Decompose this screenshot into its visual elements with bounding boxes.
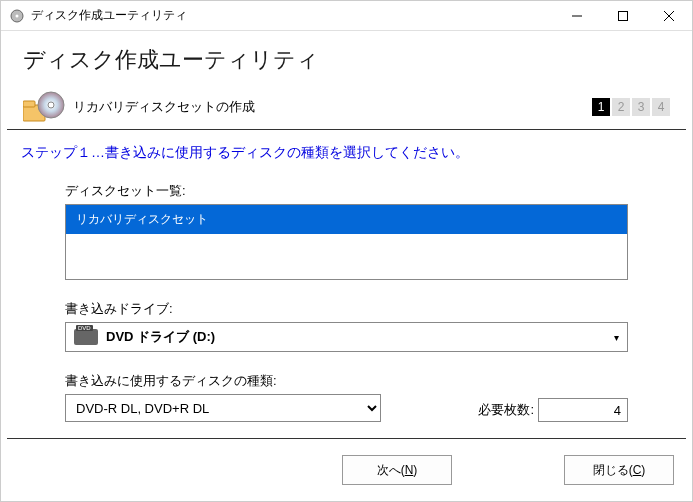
drive-select[interactable]: DVD ドライブ (D:) ▾ <box>65 322 628 352</box>
window-title: ディスク作成ユーティリティ <box>31 7 554 24</box>
header: ディスク作成ユーティリティ <box>1 31 692 87</box>
list-item[interactable]: リカバリディスクセット <box>66 205 627 234</box>
step-2: 2 <box>612 98 630 116</box>
content-area: ディスクセット一覧: リカバリディスクセット 書き込みドライブ: DVD ドライ… <box>1 172 692 438</box>
step-3: 3 <box>632 98 650 116</box>
disc-type-select[interactable]: DVD-R DL, DVD+R DL <box>65 394 381 422</box>
close-button[interactable] <box>646 1 692 31</box>
svg-rect-7 <box>23 101 35 107</box>
count-label: 必要枚数: <box>478 401 534 419</box>
step-4: 4 <box>652 98 670 116</box>
drive-value: DVD ドライブ (D:) <box>106 328 614 346</box>
disc-type-label: 書き込みに使用するディスクの種類: <box>65 372 381 390</box>
diskset-listbox[interactable]: リカバリディスクセット <box>65 204 628 280</box>
step-1: 1 <box>592 98 610 116</box>
step-indicator: 1 2 3 4 <box>592 98 670 116</box>
minimize-button[interactable] <box>554 1 600 31</box>
count-input[interactable] <box>538 398 628 422</box>
app-window: ディスク作成ユーティリティ ディスク作成ユーティリティ リカバリディスクセットの… <box>0 0 693 502</box>
maximize-button[interactable] <box>600 1 646 31</box>
section-label: リカバリディスクセットの作成 <box>73 98 592 116</box>
app-icon <box>9 8 25 24</box>
step-instruction: ステップ１…書き込みに使用するディスクの種類を選択してください。 <box>1 130 692 172</box>
chevron-down-icon: ▾ <box>614 332 619 343</box>
drive-label: 書き込みドライブ: <box>65 300 628 318</box>
close-dialog-button[interactable]: 閉じる(C) <box>564 455 674 485</box>
page-title: ディスク作成ユーティリティ <box>23 45 670 75</box>
section-bar: リカバリディスクセットの作成 1 2 3 4 <box>7 87 686 130</box>
disc-folder-icon <box>23 91 65 123</box>
titlebar: ディスク作成ユーティリティ <box>1 1 692 31</box>
window-controls <box>554 1 692 31</box>
next-button[interactable]: 次へ(N) <box>342 455 452 485</box>
svg-point-1 <box>16 14 19 17</box>
diskset-list-label: ディスクセット一覧: <box>65 182 628 200</box>
footer: 次へ(N) 閉じる(C) <box>7 438 686 501</box>
dvd-drive-icon <box>74 329 98 345</box>
svg-rect-3 <box>619 11 628 20</box>
svg-point-9 <box>48 102 54 108</box>
